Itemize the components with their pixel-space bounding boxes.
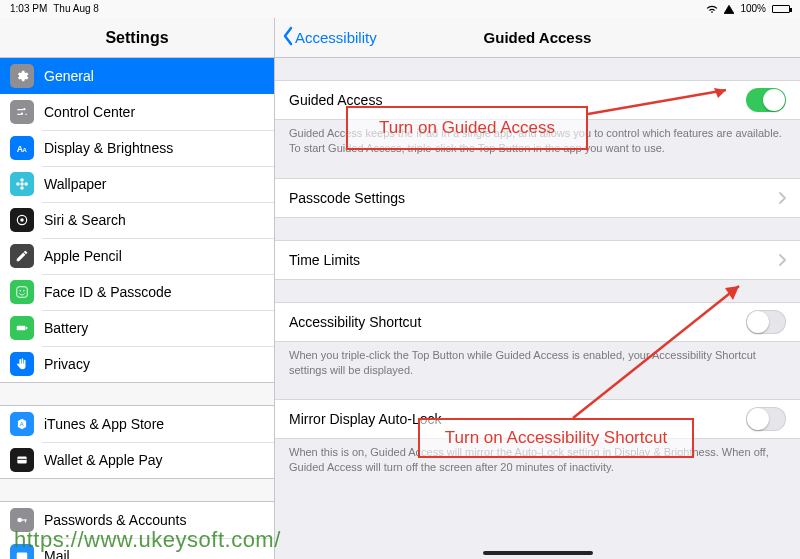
- sidebar-item-privacy[interactable]: Privacy: [0, 346, 274, 382]
- sidebar-item-label: Wallet & Apple Pay: [44, 452, 163, 468]
- svg-point-4: [20, 186, 24, 190]
- svg-point-17: [17, 518, 22, 523]
- sidebar-item-label: Apple Pencil: [44, 248, 122, 264]
- gear-icon: [10, 64, 34, 88]
- svg-text:A: A: [23, 147, 28, 153]
- svg-rect-13: [26, 327, 27, 329]
- toggle-mirror-display-auto-lock[interactable]: [746, 407, 786, 431]
- cell-guided-access[interactable]: Guided Access: [275, 80, 800, 120]
- section-footer: When this is on, Guided Access will mirr…: [275, 439, 800, 475]
- wallet-icon: [10, 448, 34, 472]
- sidebar-item-wallpaper[interactable]: Wallpaper: [0, 166, 274, 202]
- detail-header: Accessibility Guided Access: [275, 18, 800, 58]
- sidebar-item-display-brightness[interactable]: AADisplay & Brightness: [0, 130, 274, 166]
- status-battery-percent: 100%: [740, 0, 766, 18]
- svg-point-8: [20, 218, 24, 222]
- sidebar-title: Settings: [0, 18, 274, 58]
- wifi-icon: [706, 4, 718, 14]
- svg-rect-12: [17, 326, 26, 331]
- cell-mirror-display-auto-lock[interactable]: Mirror Display Auto-Lock: [275, 399, 800, 439]
- chevron-left-icon: [281, 26, 295, 49]
- svg-rect-11: [17, 287, 28, 298]
- sidebar-item-label: Passwords & Accounts: [44, 512, 186, 528]
- sidebar-item-siri-search[interactable]: Siri & Search: [0, 202, 274, 238]
- cell-label: Passcode Settings: [289, 190, 778, 206]
- sidebar-item-label: Display & Brightness: [44, 140, 173, 156]
- cell-passcode-settings[interactable]: Passcode Settings: [275, 178, 800, 218]
- flower-icon: [10, 172, 34, 196]
- battery-icon: [772, 5, 790, 13]
- detail-body[interactable]: Guided AccessGuided Access keeps the iPa…: [275, 58, 800, 559]
- back-button-label: Accessibility: [295, 29, 377, 46]
- pencil-icon: [10, 244, 34, 268]
- chevron-right-icon: [778, 254, 786, 266]
- svg-point-3: [20, 178, 24, 182]
- cell-time-limits[interactable]: Time Limits: [275, 240, 800, 280]
- sidebar-item-label: General: [44, 68, 94, 84]
- cell-label: Time Limits: [289, 252, 778, 268]
- cell-accessibility-shortcut[interactable]: Accessibility Shortcut: [275, 302, 800, 342]
- sidebar-item-face-id-passcode[interactable]: Face ID & Passcode: [0, 274, 274, 310]
- settings-sidebar: Settings GeneralControl CenterAADisplay …: [0, 18, 275, 559]
- sidebar-item-battery[interactable]: Battery: [0, 310, 274, 346]
- sliders-icon: [10, 100, 34, 124]
- key-icon: [10, 508, 34, 532]
- toggle-accessibility-shortcut[interactable]: [746, 310, 786, 334]
- face-icon: [10, 280, 34, 304]
- svg-text:A: A: [20, 421, 24, 427]
- sidebar-item-apple-pencil[interactable]: Apple Pencil: [0, 238, 274, 274]
- svg-point-10: [23, 290, 25, 292]
- mail-icon: [10, 544, 34, 559]
- sidebar-item-wallet-apple-pay[interactable]: Wallet & Apple Pay: [0, 442, 274, 478]
- sidebar-scroll[interactable]: GeneralControl CenterAADisplay & Brightn…: [0, 58, 274, 559]
- sidebar-item-label: Battery: [44, 320, 88, 336]
- sidebar-item-label: Wallpaper: [44, 176, 107, 192]
- textsize-icon: AA: [10, 136, 34, 160]
- sidebar-item-label: iTunes & App Store: [44, 416, 164, 432]
- section-footer: Guided Access keeps the iPad in a single…: [275, 120, 800, 156]
- status-bar: 1:03 PM Thu Aug 8 100%: [0, 0, 800, 18]
- back-button[interactable]: Accessibility: [275, 26, 377, 49]
- svg-rect-20: [17, 553, 28, 560]
- sidebar-item-itunes-app-store[interactable]: AiTunes & App Store: [0, 406, 274, 442]
- home-indicator: [483, 551, 593, 555]
- svg-rect-19: [25, 519, 26, 522]
- hand-icon: [10, 352, 34, 376]
- status-date: Thu Aug 8: [53, 0, 99, 18]
- appstore-icon: A: [10, 412, 34, 436]
- toggle-guided-access[interactable]: [746, 88, 786, 112]
- sidebar-item-general[interactable]: General: [0, 58, 274, 94]
- battery-icon: [10, 316, 34, 340]
- status-bar-right: 100%: [706, 0, 790, 18]
- chevron-right-icon: [778, 192, 786, 204]
- cell-label: Mirror Display Auto-Lock: [289, 411, 746, 427]
- sidebar-item-label: Mail: [44, 548, 70, 559]
- sidebar-item-label: Siri & Search: [44, 212, 126, 228]
- sidebar-item-passwords-accounts[interactable]: Passwords & Accounts: [0, 502, 274, 538]
- cell-label: Guided Access: [289, 92, 746, 108]
- sidebar-item-label: Control Center: [44, 104, 135, 120]
- signal-icon: [724, 5, 734, 14]
- detail-pane: Accessibility Guided Access Guided Acces…: [275, 18, 800, 559]
- svg-rect-16: [17, 459, 26, 460]
- sidebar-item-control-center[interactable]: Control Center: [0, 94, 274, 130]
- status-bar-left: 1:03 PM Thu Aug 8: [10, 0, 99, 18]
- svg-point-9: [19, 290, 21, 292]
- svg-point-2: [20, 182, 24, 186]
- svg-point-5: [16, 182, 20, 186]
- section-footer: When you triple-click the Top Button whi…: [275, 342, 800, 378]
- sidebar-item-mail[interactable]: Mail: [0, 538, 274, 559]
- cell-label: Accessibility Shortcut: [289, 314, 746, 330]
- sidebar-item-label: Privacy: [44, 356, 90, 372]
- status-time: 1:03 PM: [10, 0, 47, 18]
- sidebar-item-label: Face ID & Passcode: [44, 284, 172, 300]
- siri-icon: [10, 208, 34, 232]
- svg-point-6: [24, 182, 28, 186]
